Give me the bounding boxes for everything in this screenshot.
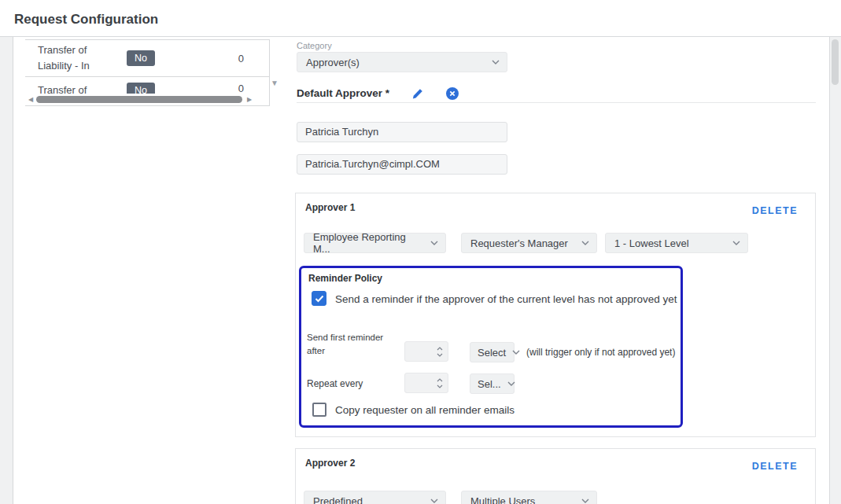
request-type-table: Transfer of Liability - In No 0 Transfer…: [25, 39, 270, 106]
approver1-title: Approver 1: [305, 202, 355, 213]
row-value: 0: [238, 53, 244, 64]
page-title: Request Configuration: [14, 12, 158, 28]
approver2-title: Approver 2: [305, 458, 355, 469]
chevron-down-icon: [732, 241, 740, 245]
stepper-arrows[interactable]: [437, 347, 443, 357]
checkmark-icon: [315, 295, 324, 303]
scroll-left-icon[interactable]: ◀: [25, 96, 36, 103]
chevron-down-icon: [581, 498, 589, 503]
stepper-arrows[interactable]: [437, 378, 443, 388]
copy-requester-label: Copy requester on all reminder emails: [335, 404, 515, 416]
header-divider: [0, 36, 841, 37]
copy-requester-checkbox[interactable]: [312, 403, 326, 417]
approver2-type-select[interactable]: Predefined: [304, 491, 446, 504]
chevron-down-icon: [507, 381, 515, 386]
row-value: 0: [238, 83, 244, 94]
repeat-every-label: Repeat every: [307, 377, 363, 391]
approver1-type-select[interactable]: Employee Reporting M...: [304, 233, 446, 253]
row-label: Transfer of Liability - In: [38, 42, 121, 74]
vertical-scrollbar[interactable]: [829, 37, 841, 504]
table-row[interactable]: Transfer of Liability - In No 0: [25, 40, 269, 77]
chevron-down-icon[interactable]: [437, 353, 443, 357]
approver1-card: Approver 1 DELETE Employee Reporting M..…: [295, 193, 816, 437]
chevron-down-icon[interactable]: [437, 384, 443, 388]
reminder-policy-title: Reminder Policy: [308, 273, 382, 284]
select-value: Sel...: [478, 378, 501, 390]
horizontal-scrollbar[interactable]: ◀ ▶: [25, 94, 269, 105]
select-value: 1 - Lowest Level: [614, 237, 689, 249]
category-label: Category: [297, 41, 332, 50]
approver2-delete-button[interactable]: DELETE: [752, 461, 798, 472]
repeat-every-unit-select[interactable]: Sel...: [470, 373, 515, 394]
status-badge: No: [127, 50, 155, 66]
chevron-down-icon: [581, 241, 589, 245]
horizontal-scrollbar-thumb[interactable]: [36, 96, 242, 103]
first-reminder-value-stepper[interactable]: [404, 341, 448, 362]
select-value: Predefined: [313, 495, 363, 504]
category-select-value: Approver(s): [306, 57, 360, 68]
repeat-every-value-stepper[interactable]: [404, 373, 448, 393]
approver1-role-select[interactable]: Requester's Manager: [461, 233, 597, 253]
send-reminder-checkbox[interactable]: [312, 291, 326, 306]
select-value: Multiple Users: [470, 495, 535, 504]
vertical-scrollbar-thumb[interactable]: [832, 39, 839, 85]
approver1-level-select[interactable]: 1 - Lowest Level: [605, 233, 748, 253]
select-value: Requester's Manager: [470, 237, 568, 249]
select-value: Select: [478, 347, 506, 359]
category-select[interactable]: Approver(s): [297, 52, 507, 72]
select-value: Employee Reporting M...: [313, 231, 424, 255]
left-panel-edge: [0, 37, 13, 504]
trigger-note: (will trigger only if not approved yet): [526, 347, 675, 358]
approver2-role-select[interactable]: Multiple Users: [461, 491, 597, 504]
reminder-policy-box: Reminder Policy Send a reminder if the a…: [299, 266, 683, 428]
scroll-down-icon[interactable]: ▼: [271, 79, 278, 87]
default-approver-header: Default Approver *: [297, 86, 459, 100]
approver-email-field[interactable]: Patricia.Turchyn@cimpl.COM: [297, 154, 507, 175]
approver-name-field[interactable]: Patricia Turchyn: [297, 122, 507, 142]
approver2-card: Approver 2 DELETE Predefined Multiple Us…: [295, 448, 816, 504]
chevron-down-icon: [430, 498, 438, 503]
clear-circle-x-icon[interactable]: [445, 86, 459, 100]
chevron-down-icon: [492, 60, 500, 64]
scroll-right-icon[interactable]: ▶: [244, 96, 255, 103]
chevron-up-icon[interactable]: [437, 347, 443, 351]
first-reminder-unit-select[interactable]: Select: [470, 342, 515, 362]
edit-pencil-icon[interactable]: [411, 86, 424, 100]
approver1-delete-button[interactable]: DELETE: [752, 205, 798, 216]
first-reminder-label: Send first reminder after: [307, 331, 395, 357]
chevron-down-icon: [512, 350, 520, 355]
default-approver-title: Default Approver *: [297, 87, 389, 99]
section-divider: [297, 102, 816, 103]
send-reminder-label: Send a reminder if the approver of the c…: [335, 293, 677, 305]
chevron-down-icon: [430, 241, 438, 245]
chevron-up-icon[interactable]: [437, 378, 443, 382]
